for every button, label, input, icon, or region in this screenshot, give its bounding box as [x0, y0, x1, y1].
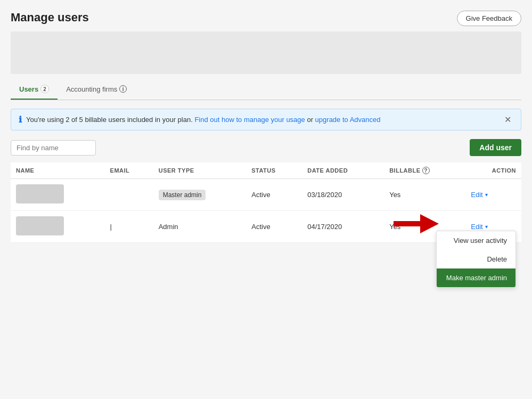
info-link-upgrade[interactable]: upgrade to Advanced: [315, 116, 381, 124]
avatar-placeholder: [16, 184, 64, 203]
billable-info-icon: ?: [422, 167, 430, 174]
row2-email: |: [105, 211, 153, 243]
row1-action: Edit ▾: [465, 179, 521, 211]
row1-status: Active: [246, 179, 302, 211]
row2-edit-label: Edit: [471, 223, 482, 231]
arrow-head: [420, 214, 439, 233]
col-user-type: USER TYPE: [153, 162, 247, 179]
table-row: Master admin Active 03/18/2020 Yes Edit …: [11, 179, 521, 211]
row1-edit-dropdown[interactable]: Edit ▾: [471, 191, 516, 199]
tab-accounting-firms[interactable]: Accounting firms i: [58, 79, 135, 100]
tab-users-label: Users: [19, 85, 38, 93]
feedback-button[interactable]: Give Feedback: [457, 11, 521, 26]
dropdown-item-make-master-admin[interactable]: Make master admin: [437, 268, 515, 287]
chevron-down-icon: ▾: [485, 192, 488, 198]
tab-users[interactable]: Users 2: [11, 79, 58, 100]
row1-date-added: 03/18/2020: [302, 179, 384, 211]
billable-label: BILLABLE: [389, 167, 420, 174]
billable-info: BILLABLE ?: [389, 167, 429, 174]
row2-user-type: Admin: [153, 211, 247, 243]
search-input[interactable]: [11, 140, 96, 156]
users-table: NAME EMAIL USER TYPE STATUS DATE ADDED B…: [11, 162, 521, 243]
tab-accounting-info-icon: i: [119, 85, 127, 93]
info-link-manage[interactable]: Find out how to manage your usage: [194, 116, 305, 124]
table-row: | Admin Active 04/17/2020 Yes Edit ▾: [11, 211, 521, 243]
table-wrapper: NAME EMAIL USER TYPE STATUS DATE ADDED B…: [11, 162, 521, 243]
col-billable: BILLABLE ?: [384, 162, 465, 179]
toolbar: Add user: [11, 139, 521, 156]
page-container: Manage users Give Feedback Users 2 Accou…: [0, 0, 532, 399]
row1-user-type: Master admin: [153, 179, 247, 211]
info-connector: or: [307, 116, 315, 124]
page-header: Manage users Give Feedback: [11, 11, 521, 26]
col-name: NAME: [11, 162, 105, 179]
avatar-placeholder: [16, 216, 64, 235]
row2-user-type-label: Admin: [159, 223, 178, 231]
row1-name: [11, 179, 105, 211]
tab-users-badge: 2: [40, 85, 49, 93]
col-email: EMAIL: [105, 162, 153, 179]
table-body: Master admin Active 03/18/2020 Yes Edit …: [11, 179, 521, 243]
row2-date-added: 04/17/2020: [302, 211, 384, 243]
chevron-down-icon: ▾: [485, 224, 488, 230]
row2-action: Edit ▾ View user activity Delete Make ma…: [465, 211, 521, 243]
info-icon: ℹ: [19, 115, 22, 125]
tabs-container: Users 2 Accounting firms i: [11, 79, 521, 100]
arrow-indicator: [394, 214, 439, 233]
col-status: STATUS: [246, 162, 302, 179]
table-header: NAME EMAIL USER TYPE STATUS DATE ADDED B…: [11, 162, 521, 179]
info-banner-content: ℹ You're using 2 of 5 billable users inc…: [19, 115, 381, 125]
dropdown-item-delete[interactable]: Delete: [437, 250, 515, 268]
row1-email: [105, 179, 153, 211]
top-banner: [11, 31, 521, 74]
info-message: You're using 2 of 5 billable users inclu…: [26, 116, 381, 124]
row1-edit-label: Edit: [471, 191, 482, 199]
row2-name: [11, 211, 105, 243]
row1-billable: Yes: [384, 179, 465, 211]
tab-accounting-label: Accounting firms: [66, 85, 117, 93]
arrow-body: [394, 221, 420, 226]
col-action: ACTION: [465, 162, 521, 179]
user-type-badge: Master admin: [159, 190, 206, 200]
page-title: Manage users: [11, 11, 89, 25]
row2-edit-dropdown[interactable]: Edit ▾: [471, 223, 516, 231]
add-user-button[interactable]: Add user: [470, 139, 521, 156]
col-date-added: DATE ADDED: [302, 162, 384, 179]
row2-status: Active: [246, 211, 302, 243]
dropdown-item-view-activity[interactable]: View user activity: [437, 231, 515, 250]
info-message-prefix: You're using 2 of 5 billable users inclu…: [26, 116, 193, 124]
dropdown-popup: View user activity Delete Make master ad…: [436, 231, 516, 288]
info-banner-close-button[interactable]: ✕: [502, 115, 513, 125]
info-banner: ℹ You're using 2 of 5 billable users inc…: [11, 109, 521, 131]
